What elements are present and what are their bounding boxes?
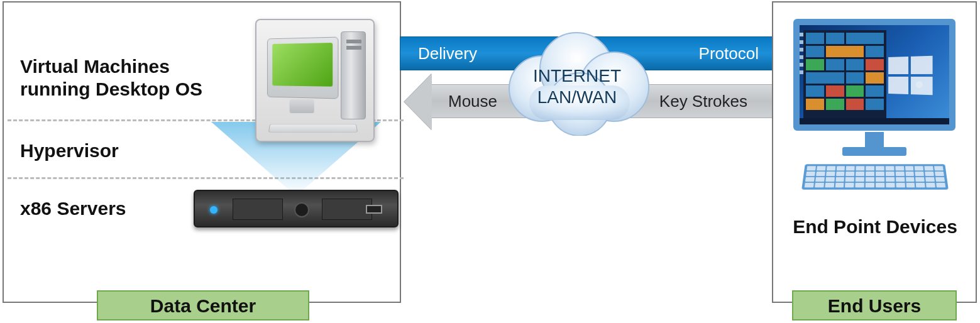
arrow-back-right-label: Key Strokes [659, 92, 747, 111]
endusers-caption: End Users [792, 290, 957, 320]
cloud-label: INTERNET LAN/WAN [503, 65, 651, 108]
endpoint-device-icon [787, 19, 963, 196]
arrow-back-left-label: Mouse [448, 92, 497, 111]
start-menu-icon [803, 30, 886, 118]
windows-logo-icon [888, 56, 932, 95]
layer-label-vm: Virtual Machines running Desktop OS [20, 55, 240, 101]
keyboard-icon [801, 164, 949, 189]
layer-label-hypervisor: Hypervisor [20, 140, 119, 162]
rack-server-icon [194, 190, 399, 227]
arrow-forward-right-label: Protocol [699, 44, 759, 63]
datacenter-caption: Data Center [97, 290, 309, 320]
cloud-label-line1: INTERNET [533, 66, 621, 85]
endpoint-devices-label: End Point Devices [787, 216, 963, 238]
cloud-label-line2: LAN/WAN [537, 87, 617, 107]
layer-divider [8, 177, 404, 179]
datacenter-container: Virtual Machines running Desktop OS Hype… [3, 1, 401, 303]
layer-label-x86: x86 Servers [20, 197, 126, 220]
vm-desktop-icon [255, 19, 375, 142]
arrow-forward-left-label: Delivery [418, 44, 477, 63]
